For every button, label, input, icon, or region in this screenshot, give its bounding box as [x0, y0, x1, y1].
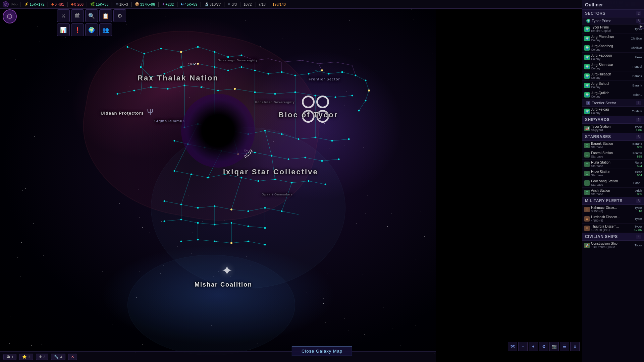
jurg-hulaagh-info: Jurg-Hulaagh Colony	[591, 72, 631, 79]
construction-ship-icon: 🚀	[584, 243, 590, 248]
close-galaxy-map-btn[interactable]: Close Galaxy Map	[292, 346, 352, 356]
colony-tycor-prime[interactable]: 🌍 Tycor Prime Empire Capital Tycor	[582, 24, 644, 34]
contacts-btn[interactable]: 🔍	[85, 9, 98, 22]
jurg-fabdoon-info: Jurg-Fabdoon Colony	[591, 54, 634, 61]
tab2-icon: ⭐	[22, 355, 27, 359]
jurg-pheedhun-sub: Colony	[591, 39, 629, 42]
tycor-prime-subsection[interactable]: 🌍 Tycor Prime 8	[582, 17, 644, 24]
thuurgla-fleet-right: Tycor 12.8K	[634, 225, 642, 232]
starbases-label: Starbases	[585, 134, 611, 139]
shipyards-section-header[interactable]: Shipyards 1	[582, 116, 644, 124]
tycor-prime-icon: 🌍	[586, 19, 590, 23]
colony-jurg-knootheg[interactable]: 🌍 Jurg-Knootheg Colony Chhiblar	[582, 43, 644, 53]
military-fleets-section-header[interactable]: Military Fleets 3	[582, 197, 644, 205]
civilian-ship-construction[interactable]: 🚀 Construction Ship TBC Yehm-Qilaud Tyco…	[582, 241, 644, 250]
construction-ship-name: Construction Ship	[591, 242, 633, 245]
colony-jurg-hulaagh[interactable]: 🌍 Jurg-Hulaagh Colony Barank	[582, 71, 644, 81]
starbase-edor-vang[interactable]: ⬡ Edor Vang Station Starbase Edor...	[582, 178, 644, 188]
starbase-barank[interactable]: ⬡ Barank Station Starbase Barank 885	[582, 141, 644, 150]
frontier-sector-subsection[interactable]: ◈ Frontier Sector 1	[582, 100, 644, 107]
outliner-bottom-padding	[582, 250, 644, 257]
barank-station-val: 885	[632, 145, 642, 149]
military-fleets-label: Military Fleets	[585, 198, 623, 203]
colony-jurg-pheedhun[interactable]: 🌍 Jurg-Pheedhun Colony Chhiblar	[582, 34, 644, 43]
fontral-station-val: 885	[633, 155, 642, 158]
bottom-tab-2[interactable]: ⭐ 2	[19, 354, 33, 360]
menu-btn-1[interactable]: ☰	[560, 342, 569, 351]
jurg-knootheg-right: Chhiblar	[631, 46, 642, 50]
map-btn[interactable]: 🌍	[85, 23, 98, 36]
lurdoosh-fleet-name: Lurdoosh Dissem...	[591, 215, 633, 219]
lurdoosh-fleet-loc: Tycor	[635, 217, 642, 221]
empire-icon[interactable]: ⬡	[3, 9, 17, 23]
barank-station-icon: ⬡	[584, 143, 590, 148]
fontral-station-loc: Fontral	[633, 152, 642, 155]
colony-jurg-feloag[interactable]: 🌍 Jurg-Feloag Colony Tiralam	[582, 107, 644, 116]
bottom-tab-4[interactable]: 🔧 4	[51, 354, 65, 360]
rax-thalak-emblem: 〰	[188, 59, 198, 70]
arich-station-name: Arich Station	[591, 189, 634, 192]
fleet-lurdoosh[interactable]: ⚔ Lurdoosh Dissem... 4/150 (4) Tycor	[582, 214, 644, 224]
resource-population: 0-65	[11, 2, 17, 6]
population-btn[interactable]: 📊	[57, 23, 70, 36]
warfare-btn[interactable]: ⚔	[57, 9, 70, 22]
zoom-in-btn[interactable]: +	[529, 342, 538, 351]
game-menu-icon[interactable]: ⬡	[3, 1, 9, 7]
thuurgla-fleet-val: 12.8K	[634, 228, 642, 232]
starbase-heze[interactable]: ⬡ Heze Station Starbase Heze 884	[582, 169, 644, 178]
jurg-hulaagh-loc: Barank	[632, 74, 642, 78]
barank-station-sub: Starbase	[591, 145, 631, 149]
colony-jurg-fabdoon[interactable]: 🌍 Jurg-Fabdoon Colony Heze	[582, 53, 644, 62]
arich-station-icon: ⬡	[584, 190, 590, 195]
starbase-fontral[interactable]: ⬡ Fontral Station Starbase Fontral 885	[582, 150, 644, 160]
technology-btn[interactable]: ⚙	[113, 9, 126, 22]
construction-ship-right: Tycor	[635, 244, 642, 247]
species-btn[interactable]: 👥	[99, 23, 112, 36]
outliner-title: Outliner	[582, 0, 644, 10]
civilian-ships-label: Civilian Ships	[585, 234, 618, 239]
resource-food: 🌿 15K+38	[90, 2, 108, 6]
colony-jurg-shondaar[interactable]: 🌍 Jurg-Shondaar Colony Fontral	[582, 62, 644, 71]
arich-station-val: 885	[635, 192, 642, 196]
fleet-hahmaar[interactable]: ⚔ Hahmaar Disse... 3/150 (3) Tycor 10	[582, 205, 644, 214]
outliner-expand-btn[interactable]: ▶	[639, 23, 644, 29]
shipyard-tycor[interactable]: 🏭 Tycor Station Shipyard Tycor 1.8K	[582, 124, 644, 133]
fleet-thuurgla[interactable]: ⚔ Thuurgla Dissem... 191/150 (191) Tycor…	[582, 224, 644, 233]
situations-btn[interactable]: ❗	[71, 23, 84, 36]
civilian-ships-section-header[interactable]: Civilian Ships 4	[582, 233, 644, 241]
shipyards-label: Shipyards	[585, 117, 609, 122]
bottom-tab-close[interactable]: ✕	[68, 354, 77, 360]
resource-minerals2: ◆ 0-206	[71, 2, 84, 6]
edor-vang-station-sub: Starbase	[591, 183, 632, 186]
zoom-out-btn[interactable]: −	[518, 342, 528, 351]
edor-vang-station-icon: ⬡	[584, 180, 590, 186]
tycor-prime-colony-info: Tycor Prime Empire Capital	[591, 25, 633, 33]
settings-btn[interactable]: ⚙	[539, 342, 548, 351]
jurg-fabdoon-right: Heze	[635, 56, 642, 59]
government-btn[interactable]: 🏛	[71, 9, 84, 22]
tycor-shipyard-right: Tycor 1.8K	[635, 125, 642, 132]
galaxy-map[interactable]: ✦ 🕊 〰 Ψ Rax Thalak Nation Bloc of Tycor …	[0, 0, 436, 362]
resource-fleetcap: ⚔ 0/3	[227, 2, 236, 6]
resource-unknown2: 198/140	[272, 2, 286, 6]
menu-btn-2[interactable]: ≡	[570, 342, 580, 351]
runa-station-name: Runa Station	[591, 161, 633, 164]
colony-jurg-sahuul[interactable]: 🌍 Jurg-Sahuul Colony Barank	[582, 81, 644, 90]
minimap-btn[interactable]: 🗺	[508, 342, 517, 351]
jurg-qutlidh-sub: Colony	[591, 95, 632, 98]
tycor-shipyard-icon: 🏭	[584, 126, 590, 131]
runa-station-icon: ⬡	[584, 162, 590, 167]
starbases-section-header[interactable]: Starbases 6	[582, 133, 644, 141]
sectors-section-header[interactable]: Sectors 2	[582, 10, 644, 17]
jurg-sahuul-right: Barank	[632, 84, 642, 87]
bottom-tab-1[interactable]: 🏔 1	[3, 354, 16, 360]
bottom-tab-3[interactable]: ❄ 3	[36, 354, 48, 360]
heze-station-sub: Starbase	[591, 174, 634, 177]
military-fleets-count: 3	[636, 199, 641, 203]
starbase-runa[interactable]: ⬡ Runa Station Starbase Runa 524	[582, 160, 644, 169]
starbase-arich[interactable]: ⬡ Arich Station Starbase Arich 885	[582, 188, 644, 197]
screenshot-btn[interactable]: 📷	[549, 342, 559, 351]
policies-btn[interactable]: 📋	[99, 9, 112, 22]
colony-jurg-qutlidh[interactable]: 🌍 Jurg-Qutlidh Colony Edor...	[582, 90, 644, 100]
runa-station-right: Runa 524	[635, 161, 642, 168]
